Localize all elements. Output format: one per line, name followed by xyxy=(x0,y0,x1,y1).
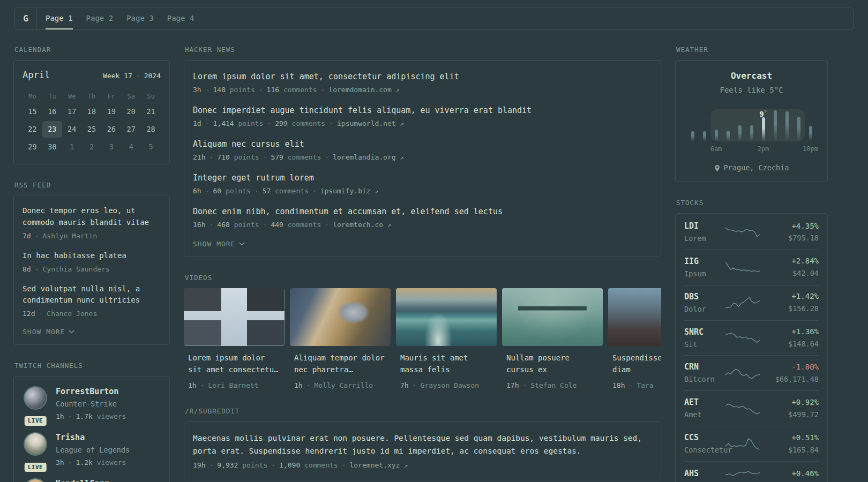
twitch-channel[interactable]: LIVE Trisha League of Legends 3h·1.2k vi… xyxy=(23,432,161,468)
stock-row[interactable]: CRN Bitcorn -1.00% $66,171.48 xyxy=(684,355,819,390)
hn-story: Lorem ipsum dolor sit amet, consectetur … xyxy=(193,71,652,95)
video-card[interactable]: Nullam posuere cursus ex 17h·Stefan Cole xyxy=(502,288,603,390)
page-tab[interactable]: Page 1 xyxy=(46,8,73,29)
rss-item-title[interactable]: In hac habitasse platea xyxy=(23,250,161,262)
video-card[interactable]: Mauris sit amet massa felis 7h·Grayson D… xyxy=(396,288,497,390)
rss-item-title[interactable]: Sed volutpat nulla nisl, a condimentum n… xyxy=(23,283,161,306)
stock-change: +1.42% xyxy=(768,291,819,302)
calendar-day[interactable]: 15 xyxy=(23,103,42,120)
stock-row[interactable]: AET Amet +0.92% $499.72 xyxy=(684,390,819,426)
calendar-day[interactable]: 20 xyxy=(121,103,141,120)
calendar-day[interactable]: 3 xyxy=(101,139,121,155)
twitch-channel[interactable]: LIVE ForrestBurton Counter-Strike 1h·1.7… xyxy=(23,386,161,421)
twitch-game[interactable]: League of Legends xyxy=(56,445,130,455)
rss-item-title[interactable]: Donec tempor eros leo, ut commodo mauris… xyxy=(23,205,161,228)
video-thumbnail[interactable] xyxy=(502,288,603,346)
calendar-day[interactable]: 2 xyxy=(82,139,102,155)
hn-domain-link[interactable]: ipsumify.biz ↗ xyxy=(320,187,379,195)
calendar-day[interactable]: 5 xyxy=(141,139,161,155)
rss-item-author: Chance Jones xyxy=(47,310,97,318)
calendar-day[interactable]: 19 xyxy=(101,103,121,120)
post-domain-link[interactable]: loremnet.xyz ↗ xyxy=(350,461,408,469)
stock-row[interactable]: CCS Consectetur +0.51% $165.84 xyxy=(684,426,819,461)
comments-label: comments xyxy=(292,119,326,127)
twitch-widget: TWITCH CHANNELS LIVE ForrestBurton Count… xyxy=(13,361,170,482)
video-title[interactable]: Aliquam tempor dolor nec pharetra… xyxy=(290,352,391,376)
calendar-day[interactable]: 28 xyxy=(141,121,161,138)
calendar-day[interactable]: 16 xyxy=(42,103,62,120)
stock-name: Ipsum xyxy=(684,269,725,279)
video-card[interactable]: Suspendisse diam 18h·Tara xyxy=(608,288,661,390)
videos-widget: VIDEOS Lorem ipsum dolor sit amet consec… xyxy=(184,273,661,390)
calendar-day[interactable]: 25 xyxy=(82,121,102,138)
twitch-channel[interactable]: LIVE KendallCarr · viewers xyxy=(23,478,161,482)
subreddit-post-link[interactable]: Maecenas mollis pulvinar erat non posuer… xyxy=(193,432,652,458)
calendar-day[interactable]: 29 xyxy=(23,139,42,155)
video-title[interactable]: Suspendisse diam xyxy=(608,352,661,376)
weather-location-row[interactable]: Prague, Czechia xyxy=(686,163,817,173)
video-title[interactable]: Nullam posuere cursus ex xyxy=(502,352,603,376)
hn-domain-link[interactable]: ipsumworld.net ↗ xyxy=(337,119,404,127)
rss-show-more-button[interactable]: SHOW MORE xyxy=(23,328,74,336)
hn-domain-link[interactable]: loremlandia.org ↗ xyxy=(333,153,403,161)
separator-dot: · xyxy=(263,221,267,229)
calendar-day[interactable]: 21 xyxy=(141,103,161,120)
hn-story: Donec enim nibh, condimentum et accumsan… xyxy=(193,206,652,230)
app-logo[interactable]: G xyxy=(15,8,36,29)
separator-dot: · xyxy=(325,221,329,229)
stock-price: $499.72 xyxy=(768,410,819,420)
video-card[interactable]: Aliquam tempor dolor nec pharetra… 1h·Mo… xyxy=(290,288,391,390)
calendar-day[interactable]: 30 xyxy=(42,139,62,155)
video-thumbnail[interactable] xyxy=(396,288,497,346)
page-tab[interactable]: Page 3 xyxy=(126,8,154,29)
video-thumbnail[interactable] xyxy=(184,288,285,346)
calendar-day[interactable]: 24 xyxy=(62,121,82,138)
page-tab[interactable]: Page 4 xyxy=(167,8,194,29)
twitch-channel-name[interactable]: ForrestBurton xyxy=(56,386,126,397)
video-title[interactable]: Lorem ipsum dolor sit amet consectetu… xyxy=(184,352,285,376)
calendar-day[interactable]: 27 xyxy=(121,121,141,138)
hn-story-link[interactable]: Donec enim nibh, condimentum et accumsan… xyxy=(193,206,652,217)
subreddit-post-meta: 19h·9,932 points·1,090 comments·loremnet… xyxy=(193,461,652,470)
video-author: Grayson Dawson xyxy=(420,381,479,389)
stock-name: Sit xyxy=(684,340,725,350)
twitch-list: LIVE ForrestBurton Counter-Strike 1h·1.7… xyxy=(23,386,161,482)
rss-item: Donec tempor eros leo, ut commodo mauris… xyxy=(23,205,161,241)
calendar-day[interactable]: 1 xyxy=(62,139,82,155)
stock-values: +1.42% $156.28 xyxy=(768,291,819,313)
calendar-day[interactable]: 17 xyxy=(62,103,82,120)
video-thumbnail[interactable] xyxy=(290,288,391,346)
calendar-day[interactable]: 22 xyxy=(23,121,42,138)
hn-show-more-button[interactable]: SHOW MORE xyxy=(193,240,245,248)
calendar-week: Week 17·2024 xyxy=(103,71,161,81)
stock-row[interactable]: SNRC Sit +1.36% $148.64 xyxy=(684,320,819,356)
stock-id: SNRC Sit xyxy=(684,327,725,350)
twitch-channel-name[interactable]: Trisha xyxy=(56,432,130,443)
stock-row[interactable]: LDI Lorem +4.35% $795.18 xyxy=(684,215,819,250)
twitch-info: KendallCarr · viewers xyxy=(56,478,109,482)
weather-bar xyxy=(797,117,800,141)
hn-domain-link[interactable]: loremdomain.com ↗ xyxy=(328,86,399,94)
separator-dot: · xyxy=(209,461,213,469)
page-tab[interactable]: Page 2 xyxy=(86,8,114,29)
stock-change: -1.00% xyxy=(768,362,819,373)
stock-row[interactable]: IIG Ipsum +2.84% $42.04 xyxy=(684,250,819,285)
stock-row[interactable]: AHS +0.46% xyxy=(684,461,819,482)
hn-story-link[interactable]: Lorem ipsum dolor sit amet, consectetur … xyxy=(193,71,652,82)
rss-card: Donec tempor eros leo, ut commodo mauris… xyxy=(13,195,170,345)
twitch-channel-name[interactable]: KendallCarr xyxy=(56,478,109,482)
calendar-day[interactable]: 4 xyxy=(121,139,141,155)
stock-row[interactable]: DBS Dolor +1.42% $156.28 xyxy=(684,285,819,320)
twitch-game[interactable]: Counter-Strike xyxy=(56,399,126,409)
hn-story-link[interactable]: Donec imperdiet augue tincidunt felis al… xyxy=(193,105,652,116)
video-card[interactable]: Lorem ipsum dolor sit amet consectetu… 1… xyxy=(184,288,285,390)
video-thumbnail[interactable] xyxy=(608,288,661,346)
calendar-day[interactable]: 18 xyxy=(82,103,102,120)
calendar-day[interactable]: 23 xyxy=(42,121,62,138)
hn-story-link[interactable]: Integer eget rutrum lorem xyxy=(193,172,652,184)
video-title[interactable]: Mauris sit amet massa felis xyxy=(396,352,497,376)
stock-id: LDI Lorem xyxy=(684,221,725,244)
calendar-day[interactable]: 26 xyxy=(101,121,121,138)
hn-story-link[interactable]: Aliquam nec cursus elit xyxy=(193,139,652,150)
hn-domain-link[interactable]: loremtech.co ↗ xyxy=(333,221,391,229)
